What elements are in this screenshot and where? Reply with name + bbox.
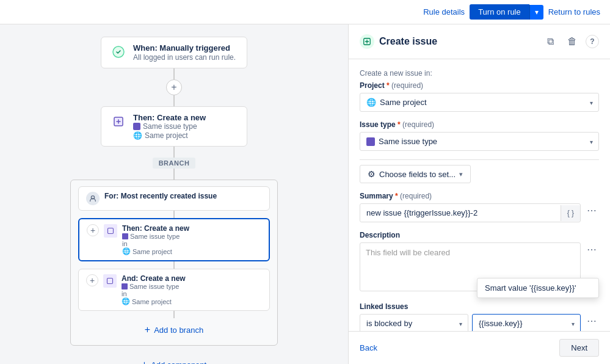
add-between-1[interactable]: + [166,79,182,95]
add-component-wrapper: + Add component [142,352,206,364]
main-content: When: Manually triggered All logged in u… [0,24,610,364]
trigger-subtitle: All logged in users can run rule. [133,53,236,62]
branch-action1-node[interactable]: + Then: Create a new Same issue type [78,218,270,261]
action1-icon [110,113,127,130]
panel-body: Create a new issue in: Project * (requir… [349,59,610,331]
gear-icon: ⚙ [368,169,376,179]
branch-action1-project: 🌐 Same project [122,247,189,255]
back-button[interactable]: Back [360,343,377,352]
choose-fields-button[interactable]: ⚙ Choose fields to set... ▾ [360,165,471,183]
connector-1 [173,68,175,79]
branch-action1-add[interactable]: + [87,224,99,236]
choose-fields-caret: ▾ [459,170,463,178]
add-component-button[interactable]: + Add component [142,357,206,364]
add-to-branch-label: Add to branch [154,326,203,335]
action1-text: Then: Create a new Same issue type 🌐 Sam… [133,113,206,140]
summary-required: * [395,192,400,200]
delete-icon: 🗑 [567,36,577,47]
linked-more-button[interactable]: ⋯ [584,314,599,328]
delete-icon-button[interactable]: 🗑 [564,33,581,50]
action1-title: Then: Create a new [133,113,206,122]
linked-type-caret: ▾ [459,320,462,327]
panel-actions: ⧉ 🗑 ? [542,33,599,50]
branch-action2-project: 🌐 Same project [122,297,186,305]
copy-icon: ⧉ [547,36,554,47]
branch-action1-icon [104,224,117,238]
branch-conn-1 [173,211,175,218]
project-globe-icon: 🌐 [366,98,376,107]
right-panel: Create issue ⧉ 🗑 ? Create a new issue in… [348,24,610,364]
linked-type-wrapper: is blocked by ▾ [360,314,468,331]
description-more-button[interactable]: ⋯ [584,242,599,257]
linked-type-select[interactable]: is blocked by [360,314,468,331]
help-icon: ? [590,37,594,46]
turn-on-caret-button[interactable]: ▾ [529,5,543,20]
for-issue-node[interactable]: For: Most recently created issue [78,186,270,211]
add-component-plus: + [142,359,147,364]
issue-type-icon [366,137,375,146]
rule-details-link[interactable]: Rule details [423,7,465,16]
description-label: Description [360,231,599,239]
connector-2 [173,95,175,106]
workflow-container: When: Manually triggered All logged in u… [12,37,336,364]
turn-on-button[interactable]: Turn on rule [470,4,529,20]
trigger-icon [110,43,127,60]
for-issue-text: For: Most recently created issue [104,192,217,200]
linked-issues-field-group: Linked Issues is blocked by ▾ {{issue.ke… [360,302,599,331]
next-button[interactable]: Next [559,339,599,357]
divider-1 [360,159,599,160]
issue-type-label: Issue type * (required) [360,120,599,129]
action1-type: Same issue type [133,122,206,131]
linked-issues-row: is blocked by ▾ {{issue.key}} ▾ ⋯ [360,314,599,331]
create-new-label: Create a new issue in: [360,69,599,78]
project-select-wrapper: 🌐 Same project ▾ [360,93,599,112]
trigger-node[interactable]: When: Manually triggered All logged in u… [101,37,247,68]
connector-4 [173,169,175,180]
smart-value-suggestion-item[interactable]: Smart value '{{issue.key}}' [477,278,598,297]
svg-rect-4 [107,278,113,284]
branch-label: BRANCH [153,158,196,169]
action1-node[interactable]: Then: Create a new Same issue type 🌐 Sam… [101,106,247,147]
linked-value-select[interactable]: {{issue.key}} [472,314,581,331]
project-select[interactable]: 🌐 Same project [360,93,599,112]
project-value: Same project [380,98,427,107]
issue-type-required-text: (required) [402,120,434,129]
summary-input-wrapper: { } [360,203,581,222]
branch-action1-text: Then: Create a new Same issue type in 🌐 … [122,224,189,255]
branch-action2-title: And: Create a new [122,274,186,283]
summary-row: { } ⋯ [360,203,599,222]
issue-type-required-star: * [398,120,402,129]
action1-project-text: Same project [145,131,188,140]
copy-icon-button[interactable]: ⧉ [542,33,559,50]
summary-input[interactable] [360,204,561,222]
trigger-text: When: Manually triggered All logged in u… [133,43,236,62]
panel-title-icon [360,34,374,49]
branch-conn-2 [173,261,175,269]
branch-action2-type: Same issue type [122,283,186,290]
help-icon-button[interactable]: ? [586,35,599,48]
action1-issue-type: Same issue type [143,122,197,131]
summary-field-group: Summary * (required) { } ⋯ [360,192,599,222]
add-to-branch-button[interactable]: + Add to branch [145,321,203,339]
summary-label: Summary * (required) [360,192,599,200]
linked-type-value: is blocked by [366,319,412,328]
linked-issues-selects: is blocked by ▾ {{issue.key}} ▾ [360,314,581,331]
return-to-rules-link[interactable]: Return to rules [548,7,600,16]
issue-type-select-wrapper: Same issue type ▾ [360,132,599,151]
branch-action2-in: in [122,290,186,297]
turn-on-btn-group: Turn on rule ▾ [470,4,543,20]
summary-smart-value-button[interactable]: { } [561,205,580,221]
plus-connector-1: + [101,79,247,95]
branch-action2-add[interactable]: + [86,274,98,286]
summary-more-button[interactable]: ⋯ [584,203,599,217]
project-required-text: (required) [391,81,423,90]
branch-action2-text: And: Create a new Same issue type in 🌐 S… [122,274,186,305]
project-label: Project * (required) [360,81,599,90]
issue-type-select[interactable]: Same issue type [360,132,599,151]
dropdown-suggestion: Smart value '{{issue.key}}' [477,278,599,298]
top-bar: Rule details Turn on rule ▾ Return to ru… [0,0,610,24]
branch-action2-node[interactable]: + And: Create a new Same issue type [78,269,270,311]
linked-value-caret: ▾ [572,320,575,327]
panel-header: Create issue ⧉ 🗑 ? [349,24,610,59]
branch-action1-type: Same issue type [122,233,189,240]
